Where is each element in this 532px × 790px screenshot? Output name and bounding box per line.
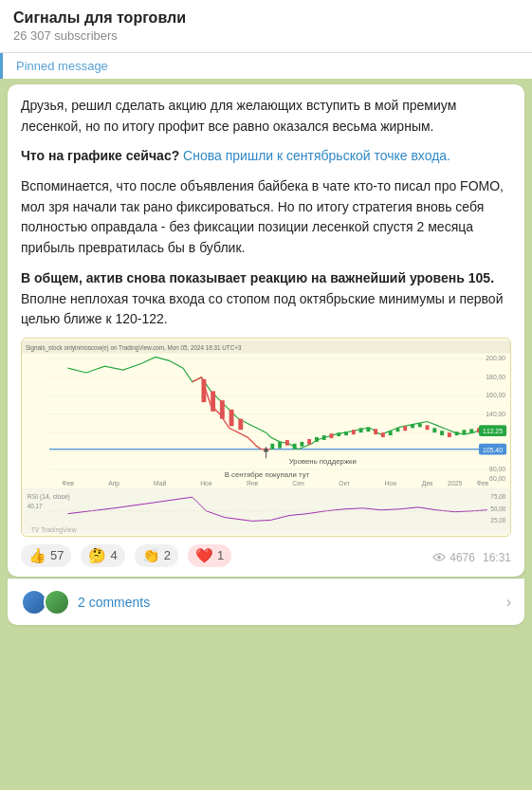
thumbsup-count: 57 (50, 548, 64, 562)
svg-text:Signals_stock onlyinmoscow(e) : Signals_stock onlyinmoscow(e) on Trading… (26, 344, 242, 352)
svg-rect-42 (403, 426, 407, 431)
clap-emoji: 👏 (142, 547, 160, 564)
comment-avatars (21, 589, 70, 615)
svg-text:Янв: Янв (247, 480, 259, 487)
svg-text:80,00: 80,00 (489, 466, 505, 472)
svg-rect-25 (278, 442, 282, 449)
svg-rect-22 (229, 410, 234, 426)
svg-rect-47 (440, 431, 444, 435)
svg-rect-26 (285, 440, 289, 446)
channel-name: Сигналы для торговли (13, 9, 519, 27)
svg-text:Ноя: Ноя (200, 480, 212, 487)
svg-rect-46 (432, 428, 436, 432)
reaction-thumbsup[interactable]: 👍 57 (21, 544, 71, 567)
svg-text:Дек: Дек (422, 480, 432, 487)
message-para2: Вспоминается, что после объявления байбе… (21, 176, 511, 259)
svg-text:60,00: 60,00 (489, 475, 505, 482)
chart-image: 200,00 180,00 160,00 140,00 120,00 100,0… (21, 338, 511, 537)
message-para3: В общем, актив снова показывает реакцию … (21, 268, 511, 330)
view-count: 4676 (449, 551, 475, 564)
svg-text:2025: 2025 (448, 480, 462, 487)
svg-rect-38 (374, 429, 377, 434)
svg-rect-37 (366, 427, 370, 432)
message-meta: 4676 16:31 (432, 551, 511, 564)
thumbsup-emoji: 👍 (28, 547, 46, 564)
svg-rect-21 (220, 400, 225, 418)
svg-text:RSI (14, close): RSI (14, close) (28, 493, 70, 501)
svg-rect-27 (293, 444, 297, 450)
svg-rect-49 (455, 432, 459, 435)
svg-rect-35 (352, 430, 356, 434)
svg-rect-32 (330, 433, 334, 438)
svg-rect-45 (426, 425, 430, 430)
svg-rect-51 (469, 429, 473, 432)
svg-text:Уровень поддержки: Уровень поддержки (289, 457, 357, 466)
svg-point-82 (438, 556, 442, 560)
thinking-count: 4 (110, 548, 117, 562)
pinned-label: Pinned message (16, 59, 108, 73)
svg-text:Ноя: Ноя (384, 480, 396, 487)
message-para1: Что на графике сейчас? Снова пришли к се… (21, 146, 511, 167)
svg-rect-24 (270, 444, 274, 450)
chart-svg: 200,00 180,00 160,00 140,00 120,00 100,0… (22, 339, 510, 536)
message-card: Друзья, решил сделать акцию для желающих… (8, 84, 524, 577)
reaction-clap[interactable]: 👏 2 (135, 544, 178, 567)
svg-rect-23 (238, 418, 243, 430)
svg-text:40.17: 40.17 (28, 503, 43, 509)
subscriber-count: 26 307 subscribers (13, 28, 519, 43)
svg-text:В сентябре покупали тут: В сентябре покупали тут (225, 470, 310, 479)
svg-text:112.25: 112.25 (483, 428, 503, 434)
svg-text:200,00: 200,00 (486, 355, 505, 361)
heart-count: 1 (217, 548, 224, 562)
svg-text:25,00: 25,00 (490, 517, 505, 524)
svg-rect-44 (418, 423, 422, 427)
svg-rect-20 (211, 391, 215, 411)
message-time: 16:31 (483, 551, 511, 564)
comments-label: 2 comments (78, 595, 506, 610)
svg-rect-33 (337, 432, 340, 436)
clap-count: 2 (164, 548, 171, 562)
svg-text:Апр: Апр (108, 480, 119, 487)
svg-text:Фев: Фев (477, 480, 489, 487)
svg-rect-48 (448, 432, 451, 437)
message-body: Друзья, решил сделать акцию для желающих… (21, 96, 511, 330)
view-count-wrapper: 4676 (432, 551, 475, 564)
svg-rect-28 (300, 442, 303, 447)
pinned-banner[interactable]: Pinned message (0, 53, 532, 79)
reaction-heart[interactable]: ❤️ 1 (188, 544, 231, 567)
heart-emoji: ❤️ (195, 547, 213, 564)
svg-rect-50 (462, 430, 466, 434)
svg-text:Фев: Фев (62, 480, 74, 487)
svg-rect-29 (307, 439, 311, 445)
svg-rect-43 (411, 424, 414, 428)
svg-rect-36 (359, 428, 363, 432)
svg-rect-41 (396, 428, 400, 432)
svg-text:180,00: 180,00 (486, 374, 505, 380)
svg-text:160,00: 160,00 (486, 392, 505, 398)
message-intro: Друзья, решил сделать акцию для желающих… (21, 96, 511, 137)
svg-text:TV TradingView: TV TradingView (31, 526, 77, 534)
thinking-emoji: 🤔 (88, 547, 106, 564)
reaction-thinking[interactable]: 🤔 4 (81, 544, 124, 567)
svg-rect-39 (381, 432, 385, 437)
eye-icon (432, 553, 446, 561)
reactions-row: 👍 57 🤔 4 👏 2 ❤️ 1 4676 16:31 (21, 544, 511, 567)
svg-rect-19 (201, 379, 206, 402)
svg-rect-40 (389, 431, 393, 435)
svg-text:140,00: 140,00 (486, 411, 505, 417)
svg-rect-34 (344, 432, 348, 435)
svg-rect-31 (322, 435, 326, 440)
avatar-2 (44, 589, 70, 615)
svg-text:Май: Май (154, 480, 167, 487)
svg-text:50,00: 50,00 (490, 505, 505, 512)
comments-bar[interactable]: 2 comments › (8, 579, 524, 625)
comments-arrow-icon: › (506, 594, 511, 611)
svg-rect-30 (315, 437, 319, 442)
svg-text:105.40: 105.40 (483, 446, 503, 452)
svg-text:Сен: Сен (292, 480, 304, 487)
svg-text:75,00: 75,00 (490, 493, 505, 500)
channel-header: Сигналы для торговли 26 307 subscribers (0, 0, 532, 53)
svg-text:Окт: Окт (339, 480, 349, 487)
